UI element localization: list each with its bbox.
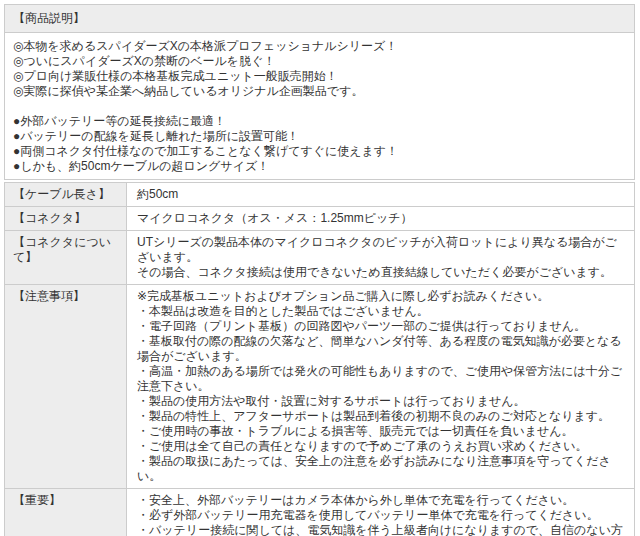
spec-value: ・安全上、外部バッテリーはカメラ本体から外し単体で充電を行ってください。 ・必ず…: [127, 489, 635, 536]
table-row-connector: 【コネクタ】 マイクロコネクタ（オス・メス：1.25mmピッチ）: [5, 207, 635, 231]
table-row-cable-length: 【ケーブル長さ】 約50cm: [5, 183, 635, 207]
table-row-important: 【重要】 ・安全上、外部バッテリーはカメラ本体から外し単体で充電を行ってください…: [5, 489, 635, 536]
spec-label: 【コネクタ】: [5, 207, 127, 231]
description-body: ◎本物を求めるスパイダーズXの本格派プロフェッショナルシリーズ！ ◎ついにスパイ…: [5, 33, 635, 180]
description-line: ●しかも、約50cmケーブルの超ロングサイズ！: [13, 159, 626, 174]
description-line: ◎実際に探偵や某企業へ納品しているオリジナル企画製品です。: [13, 84, 626, 99]
description-line: ●外部バッテリー等の延長接続に最適！: [13, 114, 626, 129]
spec-label: 【重要】: [5, 489, 127, 536]
description-header-row: 【商品説明】: [5, 5, 635, 33]
spec-label: 【コネクタについて】: [5, 231, 127, 285]
description-line: ◎ついにスパイダーズXの禁断のベールを脱ぐ！: [13, 54, 626, 69]
description-line: ◎本物を求めるスパイダーズXの本格派プロフェッショナルシリーズ！: [13, 39, 626, 54]
product-page: 【商品説明】 ◎本物を求めるスパイダーズXの本格派プロフェッショナルシリーズ！ …: [0, 0, 640, 536]
description-line: ●両側コネクタ付仕様なので加工することなく繋げてすぐに使えます！: [13, 144, 626, 159]
spec-value: マイクロコネクタ（オス・メス：1.25mmピッチ）: [127, 207, 635, 231]
paragraph-gap: [13, 99, 626, 114]
description-header: 【商品説明】: [5, 5, 635, 33]
description-body-row: ◎本物を求めるスパイダーズXの本格派プロフェッショナルシリーズ！ ◎ついにスパイ…: [5, 33, 635, 180]
spec-value: UTシリーズの製品本体のマイクロコネクタのピッチが入荷ロットにより異なる場合がご…: [127, 231, 635, 285]
product-description-table: 【商品説明】 ◎本物を求めるスパイダーズXの本格派プロフェッショナルシリーズ！ …: [4, 4, 635, 180]
table-row-connector-note: 【コネクタについて】 UTシリーズの製品本体のマイクロコネクタのピッチが入荷ロッ…: [5, 231, 635, 285]
description-line: ◎プロ向け業販仕様の本格基板完成ユニット一般販売開始！: [13, 69, 626, 84]
description-line: ●バッテリーの配線を延長し離れた場所に設置可能！: [13, 129, 626, 144]
spec-value: 約50cm: [127, 183, 635, 207]
spec-value: ※完成基板ユニットおよびオプション品ご購入に際し必ずお読みください。 ・本製品は…: [127, 285, 635, 489]
table-row-cautions: 【注意事項】 ※完成基板ユニットおよびオプション品ご購入に際し必ずお読みください…: [5, 285, 635, 489]
spec-label: 【ケーブル長さ】: [5, 183, 127, 207]
spec-table: 【ケーブル長さ】 約50cm 【コネクタ】 マイクロコネクタ（オス・メス：1.2…: [4, 182, 635, 536]
spec-label: 【注意事項】: [5, 285, 127, 489]
